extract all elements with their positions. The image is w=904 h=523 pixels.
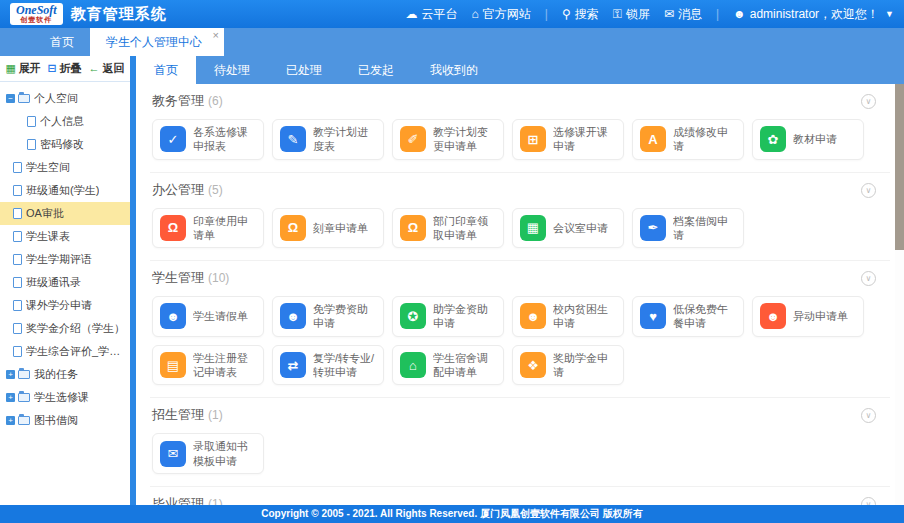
- card-stamp-receive[interactable]: Ω部门印章领取申请单: [392, 208, 504, 249]
- card-dorm-building[interactable]: ⌂学生宿舍调配申请单: [392, 345, 504, 386]
- card-register-form[interactable]: ▤学生注册登记申请表: [152, 345, 264, 386]
- sidebar-item-0[interactable]: −个人空间: [0, 87, 130, 110]
- sidebar-item-12[interactable]: +我的任务: [0, 363, 130, 386]
- file-icon: [13, 300, 22, 311]
- nav-separator: |: [545, 7, 548, 21]
- sidebar-item-3[interactable]: 学生空间: [0, 156, 130, 179]
- sidebar-tool-label: 折叠: [60, 61, 82, 76]
- tree-toggle-icon[interactable]: +: [6, 393, 15, 402]
- card-stamp-carve[interactable]: Ω刻章申请单: [272, 208, 384, 249]
- section-3: 招生管理(1)∨✉录取通知书模板申请: [150, 398, 890, 487]
- card-label: 复学/转专业/转班申请: [313, 351, 376, 380]
- card-plan-change[interactable]: ✐教学计划变更申请单: [392, 119, 504, 160]
- sidebar-tool-back[interactable]: ←返回: [89, 61, 125, 76]
- card-label: 会议室申请: [553, 221, 608, 235]
- main-tab-0[interactable]: 首页: [136, 56, 196, 84]
- header-nav-search[interactable]: ⚲搜索: [562, 6, 599, 23]
- sidebar-item-7[interactable]: 学生学期评语: [0, 248, 130, 271]
- sidebar-item-9[interactable]: 课外学分申请: [0, 294, 130, 317]
- header-nav-official-site[interactable]: ⌂官方网站: [472, 6, 531, 23]
- card-tuition-waiver[interactable]: ☻免学费资助申请: [272, 296, 384, 337]
- section-title: 学生管理(10): [152, 269, 876, 287]
- close-icon[interactable]: ×: [213, 29, 219, 41]
- file-icon: [13, 346, 22, 357]
- sidebar-item-8[interactable]: 班级通讯录: [0, 271, 130, 294]
- folder-icon: [18, 393, 30, 402]
- header-nav-label: 搜索: [575, 6, 599, 23]
- sidebar-item-label: 学生课表: [26, 229, 70, 244]
- window-tab-1[interactable]: 学生个人管理中心×: [90, 28, 224, 56]
- card-admission-letter[interactable]: ✉录取通知书模板申请: [152, 433, 264, 474]
- window-tab-0[interactable]: 首页: [34, 28, 90, 56]
- tree-toggle-icon[interactable]: −: [6, 94, 15, 103]
- main-tab-4[interactable]: 我收到的: [412, 56, 496, 84]
- tree-toggle-icon[interactable]: +: [6, 416, 15, 425]
- card-textbook[interactable]: ✿教材申请: [752, 119, 864, 160]
- card-plan-progress[interactable]: ✎教学计划进度表: [272, 119, 384, 160]
- sidebar-item-label: 密码修改: [40, 137, 84, 152]
- sidebar-item-label: 图书借阅: [34, 413, 78, 428]
- sidebar-item-5[interactable]: OA审批: [0, 202, 130, 225]
- stamp-use-icon: Ω: [160, 215, 186, 241]
- swap-arrows-icon: ⇄: [280, 352, 306, 378]
- card-label: 学生宿舍调配申请单: [433, 351, 496, 380]
- user-welcome-label: administrator，欢迎您！: [750, 6, 879, 23]
- file-icon: [27, 116, 36, 127]
- sidebar-item-label: 学生空间: [26, 160, 70, 175]
- folder-icon: [18, 94, 30, 103]
- free-lunch-heart-icon: ♥: [640, 303, 666, 329]
- header-nav-messages[interactable]: ✉消息: [664, 6, 702, 23]
- sidebar-item-14[interactable]: +图书借阅: [0, 409, 130, 432]
- main-tab-3[interactable]: 已发起: [340, 56, 412, 84]
- sidebar-item-11[interactable]: 学生综合评价_学生自评: [0, 340, 130, 363]
- card-grant-aid[interactable]: ✪助学金资助申请: [392, 296, 504, 337]
- section-collapse-icon[interactable]: ∨: [861, 94, 876, 109]
- card-grade-edit[interactable]: A成绩修改申请: [632, 119, 744, 160]
- card-label: 教学计划进度表: [313, 125, 376, 154]
- main-tab-1[interactable]: 待处理: [196, 56, 268, 84]
- sidebar-tool-collapse[interactable]: ⊟折叠: [48, 61, 82, 76]
- footer-copyright: Copyright © 2005 - 2021. All Rights Rese…: [0, 505, 904, 523]
- section-collapse-icon[interactable]: ∨: [861, 497, 876, 505]
- card-meeting-room[interactable]: ▦会议室申请: [512, 208, 624, 249]
- main-tab-bar: 首页待处理已处理已发起我收到的: [136, 56, 904, 84]
- sidebar-item-1[interactable]: 个人信息: [0, 110, 130, 133]
- card-free-lunch-heart[interactable]: ♥低保免费午餐申请: [632, 296, 744, 337]
- card-stamp-use[interactable]: Ω印章使用申请单: [152, 208, 264, 249]
- sidebar-toolbar: ▦展开⊟折叠←返回: [0, 56, 130, 82]
- sidebar-item-label: 个人信息: [40, 114, 84, 129]
- sidebar-item-label: 班级通知(学生): [26, 183, 99, 198]
- card-scholarship[interactable]: ❖奖助学金申请: [512, 345, 624, 386]
- scholarship-icon: ❖: [520, 352, 546, 378]
- sidebar-tree: −个人空间个人信息密码修改学生空间班级通知(学生)OA审批学生课表学生学期评语班…: [0, 82, 130, 432]
- app-header: OneSoft 创壹软件 教育管理系统 ☁云平台⌂官方网站|⚲搜索⚿锁屏✉消息|…: [0, 0, 904, 28]
- user-menu[interactable]: ☻administrator，欢迎您！▼: [733, 6, 894, 23]
- card-course-open[interactable]: ⊞选修课开课申请: [512, 119, 624, 160]
- sidebar-item-4[interactable]: 班级通知(学生): [0, 179, 130, 202]
- main-content: 教务管理(6)∨✓各系选修课申报表✎教学计划进度表✐教学计划变更申请单⊞选修课开…: [136, 84, 904, 505]
- card-archive-borrow[interactable]: ✒档案借阅申请: [632, 208, 744, 249]
- sidebar-item-13[interactable]: +学生选修课: [0, 386, 130, 409]
- header-nav-lock-screen[interactable]: ⚿锁屏: [613, 6, 650, 23]
- tree-toggle-icon[interactable]: +: [6, 370, 15, 379]
- sidebar-tool-label: 展开: [19, 61, 41, 76]
- card-clipboard-check[interactable]: ✓各系选修课申报表: [152, 119, 264, 160]
- scrollbar-thumb[interactable]: [895, 84, 904, 250]
- section-collapse-icon[interactable]: ∨: [861, 183, 876, 198]
- header-nav-cloud-platform[interactable]: ☁云平台: [406, 6, 458, 23]
- card-poor-student[interactable]: ☻校内贫困生申请: [512, 296, 624, 337]
- main-tab-2[interactable]: 已处理: [268, 56, 340, 84]
- message-icon: ✉: [664, 7, 674, 21]
- vertical-scrollbar[interactable]: [895, 84, 904, 505]
- card-student-leave[interactable]: ☻学生请假单: [152, 296, 264, 337]
- card-label: 低保免费午餐申请: [673, 302, 736, 331]
- file-icon: [13, 254, 22, 265]
- sidebar-item-6[interactable]: 学生课表: [0, 225, 130, 248]
- sidebar-item-2[interactable]: 密码修改: [0, 133, 130, 156]
- card-swap-arrows[interactable]: ⇄复学/转专业/转班申请: [272, 345, 384, 386]
- student-leave-icon: ☻: [160, 303, 186, 329]
- expand-grid-icon: ▦: [5, 63, 15, 74]
- sidebar-tool-expand[interactable]: ▦展开: [5, 61, 40, 76]
- card-student-transfer[interactable]: ☻异动申请单: [752, 296, 864, 337]
- sidebar-item-10[interactable]: 奖学金介绍（学生）: [0, 317, 130, 340]
